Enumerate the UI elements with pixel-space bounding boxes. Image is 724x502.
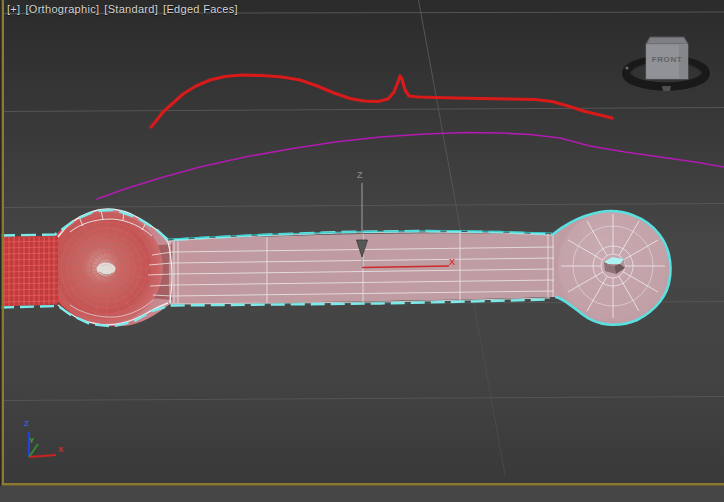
viewport-edge [0, 0, 2, 486]
viewport-menu-pov[interactable]: [Orthographic] [25, 3, 99, 15]
left-boss-mesh[interactable] [51, 212, 163, 324]
viewcube-ring-tick [625, 66, 628, 69]
world-axis-z-label: Z [24, 419, 29, 428]
viewport-menu-display[interactable]: [Edged Faces] [163, 3, 238, 15]
max-viewport[interactable]: [+] [Orthographic] [Standard] [Edged Fac… [0, 0, 724, 502]
viewport-canvas[interactable] [0, 0, 724, 502]
viewcube-top-face[interactable] [646, 37, 688, 44]
active-viewport-border-bottom [0, 483, 724, 486]
viewcube-face-label[interactable]: FRONT [647, 55, 687, 64]
viewport-menu-shading[interactable]: [Standard] [104, 3, 158, 15]
world-axis-x-label: X [58, 445, 63, 454]
viewcube-south-tab[interactable] [662, 86, 671, 91]
gizmo-x-label: X [449, 257, 455, 267]
soft-selection-block[interactable] [0, 236, 58, 307]
ui-bottom-strip [0, 486, 724, 502]
viewport-label[interactable]: [+] [Orthographic] [Standard] [Edged Fac… [7, 3, 238, 15]
gizmo-z-label: Z [357, 170, 363, 180]
active-viewport-border-left [2, 0, 5, 485]
world-axis-y-label: Y [29, 436, 34, 445]
viewport-menu-general[interactable]: [+] [7, 3, 20, 15]
